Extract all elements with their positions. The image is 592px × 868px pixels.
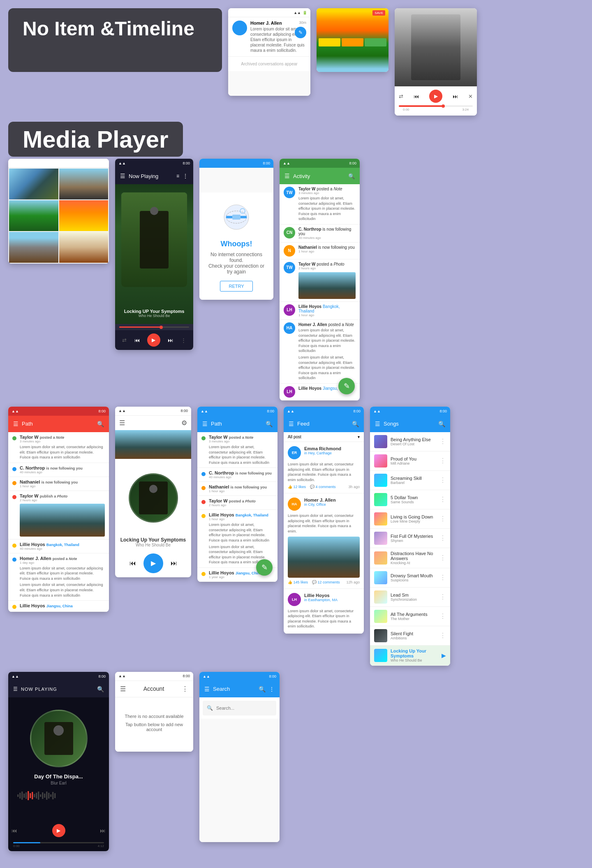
- feed-menu-icon[interactable]: ☰: [289, 421, 294, 427]
- search-more-icon[interactable]: ⋮: [269, 686, 275, 692]
- photo-person[interactable]: [59, 169, 109, 199]
- song-item-5[interactable]: Living is Going Down Love Mine Deeply ⋮: [370, 509, 450, 529]
- song-menu-6[interactable]: ⋮: [439, 534, 446, 542]
- song-item-1[interactable]: Being Anything Else Desert Of Lost ⋮: [370, 432, 450, 451]
- np-progress-dot: [160, 326, 163, 329]
- circ-play-button[interactable]: ▶: [143, 553, 163, 573]
- song-menu-10[interactable]: ⋮: [439, 612, 446, 620]
- chat-edit-button[interactable]: ✎: [295, 27, 306, 38]
- circ-prev-icon[interactable]: ⏮: [130, 560, 136, 567]
- song-menu-3[interactable]: ⋮: [439, 476, 446, 484]
- photo-forest[interactable]: [9, 200, 58, 231]
- dark-prev-icon[interactable]: ⏮: [12, 827, 17, 834]
- song-item-3[interactable]: Screaming Skill Barbarel ⋮: [370, 471, 450, 490]
- activity-time-4: 2 hours ago: [298, 266, 356, 270]
- path-blue-menu-icon[interactable]: ☰: [202, 421, 208, 427]
- np-next-icon[interactable]: ⏭: [168, 337, 173, 343]
- close-icon[interactable]: ✕: [468, 93, 473, 100]
- np-shuffle-icon[interactable]: ⇄: [122, 337, 127, 343]
- account-icons: ▲▲: [118, 674, 126, 678]
- activity-search-icon[interactable]: 🔍: [348, 173, 355, 179]
- dark-progress-container: 0:00 4:12: [8, 840, 109, 851]
- photo-sunset[interactable]: [59, 200, 109, 231]
- path-blue-phone: ▲▲ 8:00 ☰ Path 🔍 Taylor W posted a Note …: [197, 407, 278, 582]
- feed-comments-1[interactable]: 💬 4 comments: [310, 485, 336, 489]
- svg-rect-24: [55, 793, 56, 798]
- np-list-icon[interactable]: ≡: [176, 173, 179, 179]
- np-play-button[interactable]: ▶: [147, 333, 160, 347]
- np-prev-icon[interactable]: ⏮: [134, 337, 140, 343]
- media-player-banner: Media Player: [8, 122, 183, 157]
- song-artist-4: Same Sounds: [391, 500, 436, 504]
- photo-mountains[interactable]: [9, 169, 58, 199]
- shuffle-icon[interactable]: ⇄: [399, 93, 403, 100]
- feed-likes-2[interactable]: 👍 145 likes: [288, 580, 308, 584]
- feed-search-icon[interactable]: 🔍: [352, 421, 359, 427]
- song-menu-4[interactable]: ⋮: [439, 495, 446, 503]
- search-bar[interactable]: 🔍: [203, 701, 276, 715]
- song-item-8[interactable]: Drowsy Smart Mouth Suspicions ⋮: [370, 568, 450, 588]
- dark-play-button[interactable]: ▶: [52, 824, 65, 837]
- song-menu-2[interactable]: ⋮: [439, 457, 446, 465]
- avatar-cnorthrop: CN: [284, 227, 295, 238]
- search-search-icon[interactable]: 🔍: [259, 686, 266, 692]
- path-dot-3: [12, 481, 16, 485]
- song-item-4[interactable]: 5 Dollar Town Same Sounds ⋮: [370, 490, 450, 509]
- path-red-menu-icon[interactable]: ☰: [13, 421, 18, 427]
- dark-progress-fill: [13, 842, 40, 843]
- photo-interior[interactable]: [59, 232, 109, 263]
- prev-icon[interactable]: ⏮: [414, 93, 419, 100]
- song-item-6[interactable]: Fist Full Of Mysteries Shynen ⋮: [370, 529, 450, 548]
- song-menu-1[interactable]: ⋮: [439, 437, 446, 445]
- activity-status-icons: ▲▲: [283, 161, 290, 165]
- violin-background: [395, 8, 477, 86]
- feed-filter[interactable]: All post ▾: [284, 432, 364, 442]
- circ-menu-icon[interactable]: ☰: [119, 419, 125, 427]
- song-menu-9[interactable]: ⋮: [439, 593, 446, 601]
- song-item-11[interactable]: Silent Fight Ambitions ⋮: [370, 626, 450, 646]
- song-menu-11[interactable]: ⋮: [439, 632, 446, 639]
- path-blue-search-icon[interactable]: 🔍: [266, 421, 273, 427]
- song-item-10[interactable]: All The Arguments The Mother ⋮: [370, 607, 450, 626]
- path-red-search-icon[interactable]: 🔍: [97, 421, 104, 427]
- song-item-2[interactable]: Proud of You Mill Adriane ⋮: [370, 451, 450, 471]
- search-menu-icon[interactable]: ☰: [204, 686, 210, 692]
- song-menu-8[interactable]: ⋮: [439, 574, 446, 581]
- fab-edit[interactable]: ✎: [338, 378, 355, 394]
- retry-button[interactable]: RETRY: [220, 281, 252, 292]
- song-item-7[interactable]: Distractions Have No Answers Knocking At…: [370, 548, 450, 568]
- song-menu-7[interactable]: ⋮: [439, 554, 446, 562]
- search-input[interactable]: [216, 706, 273, 711]
- activity-menu-icon[interactable]: ☰: [284, 173, 290, 179]
- account-menu-icon[interactable]: ☰: [120, 685, 126, 693]
- feed-comments-2[interactable]: 💬 12 comments: [312, 580, 340, 584]
- dark-np-menu-icon[interactable]: ☰: [13, 686, 18, 692]
- circ-settings-icon[interactable]: ⚙: [181, 419, 187, 427]
- activity-phone: ▲▲ 8:00 ☰ Activity 🔍 TW Taylor W posted …: [280, 159, 360, 400]
- path-fab[interactable]: ✎: [256, 559, 273, 576]
- np-more-icon[interactable]: ⋮: [183, 173, 188, 179]
- path-blue-item-2: C. Northrop is now following you 40 minu…: [197, 468, 278, 482]
- np-menu-icon[interactable]: ☰: [120, 173, 125, 179]
- account-more-icon[interactable]: ⋮: [182, 685, 188, 693]
- feed-likes-1[interactable]: 👍 12 likes: [288, 485, 306, 489]
- whoops-content: Whoops! No internet connections found. C…: [199, 192, 273, 300]
- songs-search-icon[interactable]: 🔍: [438, 421, 445, 427]
- circ-track-title: Locking Up Your Symptoms: [117, 537, 189, 543]
- photo-street[interactable]: [9, 232, 58, 263]
- play-button[interactable]: ▶: [429, 90, 442, 103]
- song-title-6: Fist Full Of Mysteries: [391, 534, 436, 539]
- svg-rect-17: [40, 794, 42, 797]
- song-item-9[interactable]: Lead Sm Synchronization ⋮: [370, 588, 450, 607]
- song-play-active[interactable]: ▶: [442, 652, 446, 659]
- feed-user-info-1: Emma Richmond in Hey, Carthage: [304, 446, 341, 455]
- dark-next-icon[interactable]: ⏭: [100, 827, 106, 834]
- dark-np-search-icon[interactable]: 🔍: [97, 686, 104, 692]
- circ-next-icon[interactable]: ⏭: [171, 560, 177, 567]
- np-more2-icon[interactable]: ⋮: [181, 337, 186, 343]
- songs-menu-icon[interactable]: ☰: [375, 421, 380, 427]
- song-menu-5[interactable]: ⋮: [439, 515, 446, 523]
- next-icon[interactable]: ⏭: [453, 93, 458, 100]
- song-item-12[interactable]: Locking Up Your Symptoms Who He Should B…: [370, 646, 450, 666]
- path-blue-status: ▲▲ 8:00: [197, 407, 278, 416]
